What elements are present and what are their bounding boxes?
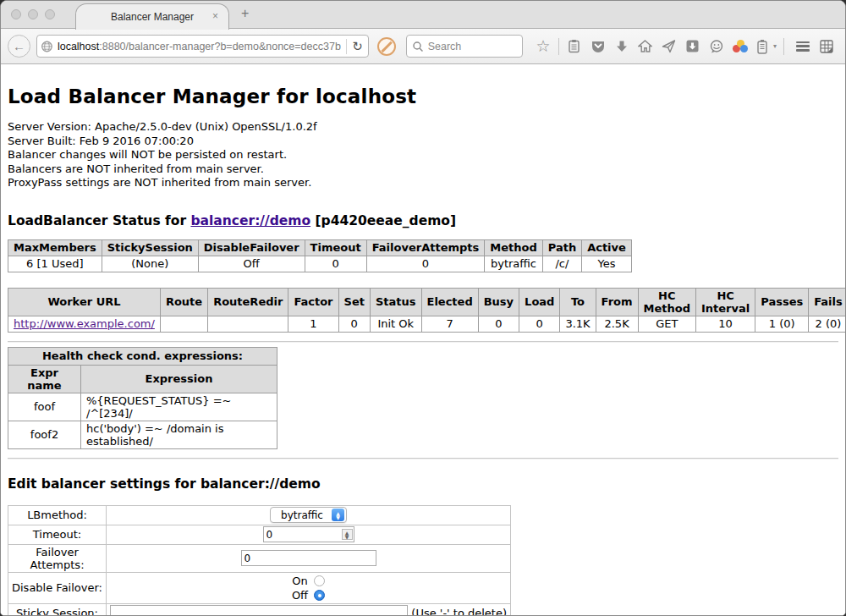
timeout-label: Timeout: <box>8 525 107 544</box>
battery-extension-button[interactable] <box>752 35 772 58</box>
val-elected: 7 <box>421 316 478 332</box>
val-fails: 2 (0) <box>809 316 845 332</box>
val-set: 0 <box>338 316 370 332</box>
col-failoverattempts: FailoverAttempts <box>366 239 485 256</box>
form-row-sticky-session: Sticky Session: (Use '-' to delete) <box>8 603 511 615</box>
close-window-button[interactable] <box>11 9 21 19</box>
val-load: 0 <box>519 316 560 332</box>
notes-extension-button[interactable] <box>815 35 838 58</box>
tab-close-icon[interactable]: × <box>212 10 218 22</box>
val-passes: 1 (0) <box>755 316 809 332</box>
val-hc-method: GET <box>638 316 695 332</box>
form-row-lbmethod: LBmethod: bytraffic ▲▼ <box>8 505 511 525</box>
zoom-window-button[interactable] <box>45 9 55 19</box>
tab-balancer-manager[interactable]: Balancer Manager × <box>75 3 229 30</box>
health-title-row: Health check cond. expressions: <box>8 347 277 365</box>
url-divider <box>346 39 347 54</box>
globe-icon <box>41 40 53 53</box>
search-icon <box>412 41 424 52</box>
home-icon <box>638 39 652 53</box>
number-spinner-icon[interactable]: ▲▼ <box>342 529 353 540</box>
col-busy: Busy <box>478 288 519 316</box>
battery-dropdown-icon[interactable]: ▾ <box>773 42 777 50</box>
send-tab-button[interactable] <box>657 35 681 58</box>
sticky-session-input[interactable] <box>110 605 408 615</box>
pocket-button[interactable] <box>586 35 610 58</box>
blue-dot <box>740 45 748 52</box>
notice-balancers: Balancers are NOT inherited from main se… <box>8 162 838 177</box>
url-input[interactable]: localhost:8880/balancer-manager?b=demo&n… <box>58 41 341 52</box>
form-row-timeout: Timeout: ▲▼ <box>8 525 511 544</box>
val-method: bytraffic <box>485 256 542 272</box>
notice-persist: Balancer changes will NOT be persisted o… <box>8 148 838 162</box>
extension-colors-button[interactable] <box>728 35 752 58</box>
select-stepper-icon: ▲▼ <box>332 509 344 521</box>
search-bar[interactable] <box>406 35 523 58</box>
val-from: 2.5K <box>596 316 638 332</box>
col-active: Active <box>582 239 632 256</box>
back-button[interactable]: ← <box>8 35 30 58</box>
col-hc-interval: HC Interval <box>695 288 755 316</box>
health-row: foof2 hc('body') =~ /domain is establish… <box>8 421 277 448</box>
failover-attempts-label: Failover Attempts: <box>8 544 107 572</box>
lbmethod-select[interactable]: bytraffic ▲▼ <box>270 507 347 523</box>
url-bar[interactable]: localhost:8880/balancer-manager?b=demo&n… <box>36 35 369 58</box>
health-header-row: Expr name Expression <box>8 365 277 393</box>
server-built: Server Built: Feb 9 2016 07:00:20 <box>8 135 838 149</box>
minimize-window-button[interactable] <box>28 9 38 19</box>
server-info: Server Version: Apache/2.5.0-dev (Unix) … <box>8 120 838 190</box>
table-header-row: MaxMembers StickySession DisableFailover… <box>8 239 632 256</box>
disable-failover-label: Disable Failover: <box>8 572 107 603</box>
reload-button[interactable]: ↻ <box>352 39 363 54</box>
col-load: Load <box>519 288 560 316</box>
menu-button[interactable] <box>791 35 815 58</box>
divider <box>8 341 838 343</box>
col-disablefailover: DisableFailover <box>198 239 305 256</box>
search-input[interactable] <box>428 41 513 52</box>
paper-plane-icon <box>662 39 676 53</box>
col-worker-url: Worker URL <box>8 288 161 316</box>
disable-failover-on-radio[interactable] <box>314 575 325 586</box>
save-page-button[interactable] <box>681 35 705 58</box>
worker-url-link[interactable]: http://www.example.com/ <box>14 317 155 330</box>
server-version: Server Version: Apache/2.5.0-dev (Unix) … <box>8 120 838 135</box>
disable-failover-off-radio[interactable] <box>314 590 325 601</box>
bookmark-star-button[interactable]: ☆ <box>531 35 555 58</box>
navigation-toolbar: ← localhost:8880/balancer-manager?b=demo… <box>1 29 845 64</box>
col-path: Path <box>542 239 581 256</box>
form-row-failover-attempts: Failover Attempts: <box>8 544 511 572</box>
val-path: /c/ <box>542 256 581 272</box>
pocket-icon <box>591 39 606 54</box>
timeout-input[interactable] <box>263 526 354 542</box>
content-blocked-icon[interactable] <box>377 37 396 56</box>
col-stickysession: StickySession <box>102 239 198 256</box>
chat-button[interactable] <box>705 35 728 58</box>
sticky-session-label: Sticky Session: <box>8 603 107 615</box>
failover-attempts-input[interactable] <box>241 550 376 566</box>
new-tab-button[interactable]: + <box>241 6 249 21</box>
page-content: Load Balancer Manager for localhost Serv… <box>1 64 845 615</box>
col-factor: Factor <box>288 288 338 316</box>
col-routeredir: RouteRedir <box>208 288 288 316</box>
health-row: foof %{REQUEST_STATUS} =~ /^[234]/ <box>8 393 277 421</box>
health-check-table: Health check cond. expressions: Expr nam… <box>8 347 277 449</box>
col-route: Route <box>160 288 207 316</box>
val-expression: hc('body') =~ /domain is established/ <box>81 421 277 448</box>
home-button[interactable] <box>634 35 657 58</box>
download-arrow-icon <box>615 40 629 53</box>
sticky-session-note: (Use '-' to delete) <box>411 607 507 615</box>
worker-table: Worker URL Route RouteRedir Factor Set S… <box>8 288 845 333</box>
col-method: Method <box>485 239 542 256</box>
clipboard-icon <box>567 39 581 53</box>
balancer-status-table: MaxMembers StickySession DisableFailover… <box>8 239 632 272</box>
health-table-title: Health check cond. expressions: <box>8 347 277 365</box>
notice-proxypass: ProxyPass settings are NOT inherited fro… <box>8 176 838 190</box>
val-timeout: 0 <box>305 256 366 272</box>
col-fails: Fails <box>809 288 845 316</box>
downloads-button[interactable] <box>610 35 634 58</box>
lbmethod-label: LBmethod: <box>8 505 107 525</box>
status-heading: LoadBalancer Status for balancer://demo … <box>8 213 838 228</box>
reading-list-button[interactable] <box>563 35 586 58</box>
radio-off-label: Off <box>292 589 308 602</box>
balancer-demo-link[interactable]: balancer://demo <box>190 213 310 228</box>
